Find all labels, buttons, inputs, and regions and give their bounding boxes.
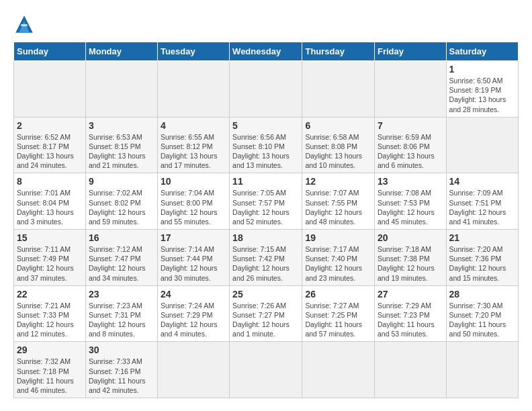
svg-rect-2 (21, 24, 28, 26)
day-number: 18 (232, 232, 299, 243)
day-number: 30 (89, 345, 154, 355)
calendar-day-cell: 19Sunrise: 7:17 AMSunset: 7:40 PMDayligh… (302, 230, 375, 286)
calendar-day-cell: 24Sunrise: 7:24 AMSunset: 7:29 PMDayligh… (157, 285, 229, 342)
day-number: 15 (17, 232, 83, 243)
calendar-day-cell: 5Sunrise: 6:56 AMSunset: 8:10 PMDaylight… (230, 117, 302, 173)
day-number: 23 (89, 289, 154, 300)
day-number: 11 (232, 176, 299, 187)
day-number: 26 (305, 289, 371, 300)
day-info: Sunrise: 7:14 AMSunset: 7:44 PMDaylight:… (161, 244, 226, 283)
day-info: Sunrise: 7:21 AMSunset: 7:33 PMDaylight:… (17, 301, 83, 339)
day-of-week-header: Monday (85, 42, 157, 61)
calendar-day-cell: 12Sunrise: 7:07 AMSunset: 7:55 PMDayligh… (302, 173, 375, 230)
day-info: Sunrise: 7:29 AMSunset: 7:23 PMDaylight:… (378, 301, 443, 339)
day-number: 9 (89, 176, 154, 187)
calendar-day-cell (302, 61, 375, 118)
calendar-day-cell (14, 61, 86, 118)
day-number: 27 (378, 289, 443, 300)
day-info: Sunrise: 7:27 AMSunset: 7:25 PMDaylight:… (305, 301, 371, 339)
day-info: Sunrise: 7:08 AMSunset: 7:53 PMDaylight:… (378, 188, 443, 226)
day-info: Sunrise: 7:15 AMSunset: 7:42 PMDaylight:… (232, 244, 299, 283)
calendar-day-cell: 21Sunrise: 7:20 AMSunset: 7:36 PMDayligh… (446, 230, 518, 286)
calendar-day-cell: 4Sunrise: 6:55 AMSunset: 8:12 PMDaylight… (157, 117, 229, 173)
calendar-week-row: 15Sunrise: 7:11 AMSunset: 7:49 PMDayligh… (14, 230, 519, 286)
calendar-day-cell: 1Sunrise: 6:50 AMSunset: 8:19 PMDaylight… (446, 61, 518, 118)
day-info: Sunrise: 7:05 AMSunset: 7:57 PMDaylight:… (232, 188, 299, 226)
page-header (13, 13, 519, 35)
day-of-week-header: Tuesday (157, 42, 229, 61)
calendar-day-cell: 17Sunrise: 7:14 AMSunset: 7:44 PMDayligh… (157, 230, 229, 286)
calendar-day-cell: 14Sunrise: 7:09 AMSunset: 7:51 PMDayligh… (446, 173, 518, 230)
calendar-day-cell: 13Sunrise: 7:08 AMSunset: 7:53 PMDayligh… (375, 173, 447, 230)
calendar-table: SundayMondayTuesdayWednesdayThursdayFrid… (13, 42, 519, 398)
day-info: Sunrise: 7:12 AMSunset: 7:47 PMDaylight:… (89, 244, 154, 283)
day-info: Sunrise: 7:33 AMSunset: 7:16 PMDaylight:… (89, 357, 154, 395)
calendar-day-cell (446, 342, 518, 398)
calendar-day-cell: 16Sunrise: 7:12 AMSunset: 7:47 PMDayligh… (85, 230, 157, 286)
calendar-day-cell: 25Sunrise: 7:26 AMSunset: 7:27 PMDayligh… (230, 285, 302, 342)
day-info: Sunrise: 6:53 AMSunset: 8:15 PMDaylight:… (89, 132, 154, 171)
calendar-day-cell (230, 61, 302, 118)
day-number: 28 (449, 289, 515, 300)
day-info: Sunrise: 7:30 AMSunset: 7:20 PMDaylight:… (449, 301, 515, 339)
calendar-week-row: 29Sunrise: 7:32 AMSunset: 7:18 PMDayligh… (14, 342, 519, 398)
logo (13, 13, 39, 35)
calendar-week-row: 2Sunrise: 6:52 AMSunset: 8:17 PMDaylight… (14, 117, 519, 173)
day-number: 20 (378, 232, 443, 243)
calendar-day-cell: 15Sunrise: 7:11 AMSunset: 7:49 PMDayligh… (14, 230, 86, 286)
day-of-week-header: Friday (375, 42, 447, 61)
day-number: 3 (89, 120, 154, 131)
calendar-day-cell (375, 342, 447, 398)
calendar-week-row: 22Sunrise: 7:21 AMSunset: 7:33 PMDayligh… (14, 285, 519, 342)
calendar-day-cell: 3Sunrise: 6:53 AMSunset: 8:15 PMDaylight… (85, 117, 157, 173)
calendar-day-cell: 7Sunrise: 6:59 AMSunset: 8:06 PMDaylight… (375, 117, 447, 173)
calendar-day-cell: 20Sunrise: 7:18 AMSunset: 7:38 PMDayligh… (375, 230, 447, 286)
day-number: 7 (378, 120, 443, 131)
calendar-day-cell: 8Sunrise: 7:01 AMSunset: 8:04 PMDaylight… (14, 173, 86, 230)
calendar-day-cell: 22Sunrise: 7:21 AMSunset: 7:33 PMDayligh… (14, 285, 86, 342)
calendar-day-cell: 2Sunrise: 6:52 AMSunset: 8:17 PMDaylight… (14, 117, 86, 173)
day-number: 17 (161, 232, 226, 243)
calendar-day-cell (375, 61, 447, 118)
day-info: Sunrise: 7:32 AMSunset: 7:18 PMDaylight:… (17, 357, 83, 395)
day-number: 12 (305, 176, 371, 187)
day-number: 25 (232, 289, 299, 300)
day-info: Sunrise: 6:58 AMSunset: 8:08 PMDaylight:… (305, 132, 371, 171)
calendar-day-cell (302, 342, 375, 398)
day-number: 6 (305, 120, 371, 131)
calendar-day-cell: 18Sunrise: 7:15 AMSunset: 7:42 PMDayligh… (230, 230, 302, 286)
calendar-day-cell (157, 61, 229, 118)
calendar-day-cell (85, 61, 157, 118)
day-info: Sunrise: 7:17 AMSunset: 7:40 PMDaylight:… (305, 244, 371, 283)
calendar-week-row: 1Sunrise: 6:50 AMSunset: 8:19 PMDaylight… (14, 61, 519, 118)
day-info: Sunrise: 7:04 AMSunset: 8:00 PMDaylight:… (161, 188, 226, 226)
day-info: Sunrise: 7:09 AMSunset: 7:51 PMDaylight:… (449, 188, 515, 226)
day-number: 5 (232, 120, 299, 131)
day-of-week-header: Thursday (302, 42, 375, 61)
day-info: Sunrise: 6:55 AMSunset: 8:12 PMDaylight:… (161, 132, 226, 171)
day-info: Sunrise: 7:07 AMSunset: 7:55 PMDaylight:… (305, 188, 371, 226)
calendar-day-cell: 30Sunrise: 7:33 AMSunset: 7:16 PMDayligh… (85, 342, 157, 398)
calendar-day-cell: 28Sunrise: 7:30 AMSunset: 7:20 PMDayligh… (446, 285, 518, 342)
calendar-week-row: 8Sunrise: 7:01 AMSunset: 8:04 PMDaylight… (14, 173, 519, 230)
day-info: Sunrise: 7:23 AMSunset: 7:31 PMDaylight:… (89, 301, 154, 339)
day-info: Sunrise: 7:01 AMSunset: 8:04 PMDaylight:… (17, 188, 83, 226)
day-number: 13 (378, 176, 443, 187)
calendar-header-row: SundayMondayTuesdayWednesdayThursdayFrid… (14, 42, 519, 61)
day-number: 21 (449, 232, 515, 243)
day-number: 1 (449, 64, 515, 75)
day-number: 24 (161, 289, 226, 300)
day-of-week-header: Wednesday (230, 42, 302, 61)
day-info: Sunrise: 6:52 AMSunset: 8:17 PMDaylight:… (17, 132, 83, 171)
logo-icon (13, 13, 35, 35)
day-number: 4 (161, 120, 226, 131)
day-info: Sunrise: 6:56 AMSunset: 8:10 PMDaylight:… (232, 132, 299, 171)
calendar-day-cell: 23Sunrise: 7:23 AMSunset: 7:31 PMDayligh… (85, 285, 157, 342)
calendar-day-cell: 26Sunrise: 7:27 AMSunset: 7:25 PMDayligh… (302, 285, 375, 342)
calendar-day-cell (230, 342, 302, 398)
day-number: 22 (17, 289, 83, 300)
calendar-day-cell (446, 117, 518, 173)
day-of-week-header: Saturday (446, 42, 518, 61)
calendar-day-cell: 29Sunrise: 7:32 AMSunset: 7:18 PMDayligh… (14, 342, 86, 398)
day-info: Sunrise: 7:20 AMSunset: 7:36 PMDaylight:… (449, 244, 515, 283)
